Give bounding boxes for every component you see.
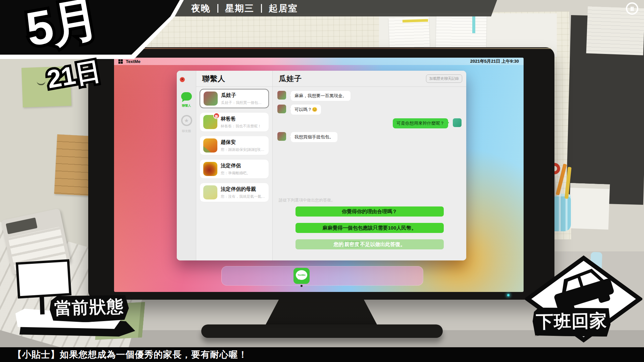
textme-app-logo: TextMe	[296, 270, 307, 280]
hud-date-month: 5月5月	[22, 0, 101, 53]
desktop-screen: TextMe 2021年5月21日 上午9:30 ✕ 聯繫人 ★ 聊友圈 聯繫人	[114, 58, 524, 292]
menu-app-name: TextMe	[126, 59, 141, 64]
hud-location: 起居室	[269, 2, 298, 14]
message-bubble: 可是你想用來幹什麼呢？	[393, 118, 448, 128]
calculator-screen	[6, 218, 38, 234]
star-circle-icon: ★	[181, 115, 192, 126]
contact-row-linbaba[interactable]: 新 林爸爸 林爸爸：我也不清楚呢！	[200, 112, 269, 132]
menu-bar: TextMe 2021年5月21日 上午9:30	[114, 58, 524, 65]
contact-preview: 瓜娃子：我想買一個包包。	[221, 100, 265, 105]
hud-time-of-day: 夜晚	[191, 2, 211, 14]
contact-row-spouse-mother[interactable]: 法定伴侶的母親 您：沒有，我就是氣一氣他。	[200, 183, 269, 202]
current-status-label: 當前狀態	[49, 293, 129, 323]
contact-preview: 林爸爸：我也不清楚呢！	[221, 124, 261, 129]
chat-panel: 瓜娃子 加載歷史聊天記錄 麻麻，我想要一百萬現金。 可以嗎？😊 可是你想用來幹什…	[273, 71, 466, 260]
contacts-header: 聯繫人	[196, 71, 272, 87]
message-left: 我想買個手提包包。	[277, 132, 462, 142]
avatar	[203, 138, 217, 153]
sidebar-item-label: 聯繫人	[177, 104, 196, 108]
message-bubble: 可以嗎？😊	[291, 105, 321, 115]
avatar	[203, 162, 217, 176]
intimacy-highlight: 親密度	[344, 241, 360, 247]
message-bubble: 麻麻，我想要一百萬現金。	[291, 91, 351, 101]
contact-preview: 您：謝謝趙保安[謝謝][玫瑰]	[221, 147, 265, 152]
contact-row-guawazi[interactable]: 瓜娃子 瓜娃子：我想買一個包包。	[200, 89, 269, 108]
menu-datetime: 2021年5月21日 上午9:30	[470, 58, 519, 64]
contact-list: 瓜娃子 瓜娃子：我想買一個包包。 新 林爸爸 林爸爸：我也不清楚呢！	[196, 87, 272, 208]
sign-pole	[40, 295, 45, 314]
contact-name: 法定伴侶	[221, 163, 250, 169]
chat-bubble-icon	[181, 92, 192, 101]
avatar	[277, 132, 286, 141]
load-history-button[interactable]: 加載歷史聊天記錄	[426, 74, 462, 83]
close-button[interactable]: ✕	[180, 77, 185, 82]
monitor-edge-highlight	[92, 48, 551, 49]
chat-title: 瓜娃子	[279, 74, 302, 84]
textme-dock-icon[interactable]: TextMe	[293, 268, 310, 284]
contact-row-spouse[interactable]: 法定伴侶 您：準備離婚吧。	[200, 159, 269, 179]
monitor-stand-base	[201, 324, 443, 338]
message-left: 麻麻，我想要一百萬現金。	[277, 91, 462, 101]
power-led	[507, 294, 509, 296]
avatar	[204, 92, 218, 106]
textme-window: ✕ 聯繫人 ★ 聊友圈 聯繫人 瓜娃子	[177, 71, 466, 260]
reply-option-2[interactable]: 麻麻覺得一個包包應該只需要100人民幣。	[296, 223, 444, 233]
dock: TextMe	[221, 266, 423, 286]
contact-row-zhaobaoan[interactable]: 趙保安 您：謝謝趙保安[謝謝][玫瑰]	[200, 136, 269, 155]
tissue-box	[569, 183, 610, 230]
message-list: 麻麻，我想要一百萬現金。 可以嗎？😊 可是你想用來幹什麼呢？ 我想買個手提包包。	[273, 87, 466, 146]
avatar: 新	[203, 115, 217, 129]
separator	[261, 4, 262, 13]
contacts-title: 聯繫人	[202, 74, 225, 84]
contact-preview: 您：準備離婚吧。	[221, 171, 250, 176]
contact-preview: 您：沒有，我就是氣一氣他。	[221, 194, 265, 199]
cyan-accent	[472, 16, 475, 33]
sidebar-item-contacts[interactable]: 聯繫人	[177, 92, 196, 108]
tip-text: 【小貼士】如果您想成為一個優秀的家長，要有耐心喔！	[13, 349, 248, 361]
reply-options: 請從下列選項中做出您的答復。 你覺得你的理由合理嗎？ 麻麻覺得一個包包應該只需要…	[273, 197, 466, 256]
app-grid-icon[interactable]	[118, 59, 123, 64]
contact-name: 趙保安	[221, 139, 265, 145]
hud-weekday: 星期三	[225, 2, 254, 14]
sign-board	[16, 259, 71, 299]
message-left: 可以嗎？😊	[277, 105, 462, 115]
go-home-label[interactable]: 下班回家	[532, 306, 611, 338]
chat-header: 瓜娃子 加載歷史聊天記錄	[273, 71, 466, 87]
separator	[217, 4, 218, 13]
monitor: TextMe 2021年5月21日 上午9:30 ✕ 聯繫人 ★ 聊友圈 聯繫人	[88, 47, 554, 300]
reply-option-locked[interactable]: 您的親密度不足以做出此答復。	[296, 239, 444, 249]
sidebar-item-label: 聊友圈	[177, 129, 196, 133]
contact-name: 林爸爸	[221, 116, 261, 122]
contacts-panel: 聯繫人 瓜娃子 瓜娃子：我想買一個包包。 新	[196, 71, 273, 260]
reply-option-1[interactable]: 你覺得你的理由合理嗎？	[296, 206, 444, 217]
avatar	[453, 118, 462, 127]
avatar	[203, 185, 217, 199]
sidebar-item-moments[interactable]: ★ 聊友圈	[177, 115, 196, 133]
reply-prompt: 請從下列選項中做出您的答復。	[279, 197, 466, 203]
scribble	[37, 80, 45, 85]
sidebar-rail: ✕ 聯繫人 ★ 聊友圈	[177, 71, 196, 260]
contact-name: 瓜娃子	[221, 92, 265, 99]
monitor-stand-neck	[264, 299, 378, 327]
message-bubble: 我想買個手提包包。	[291, 132, 337, 142]
running-indicator-dot	[301, 285, 303, 287]
message-right: 可是你想用來幹什麼呢？	[277, 118, 462, 128]
tip-bar: 【小貼士】如果您想成為一個優秀的家長，要有耐心喔！	[0, 347, 644, 362]
avatar	[277, 105, 286, 113]
avatar	[277, 91, 286, 100]
pause-button[interactable]	[626, 2, 638, 15]
contact-name: 法定伴侶的母親	[221, 186, 265, 192]
new-badge: 新	[213, 113, 220, 119]
